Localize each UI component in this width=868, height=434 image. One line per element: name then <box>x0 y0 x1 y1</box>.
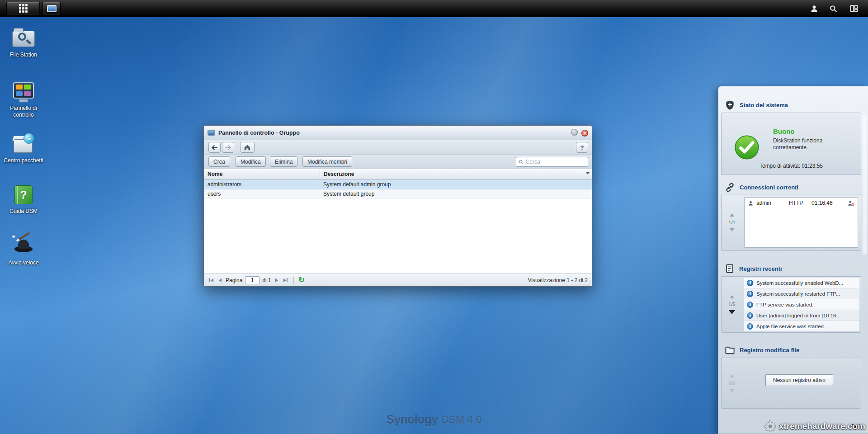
table-footer: Pagina di 1 ↻ Visualizzazione 1 - 2 di 2 <box>204 274 592 286</box>
page-down-button[interactable] <box>730 389 734 392</box>
info-icon <box>747 312 753 319</box>
window-actionbar: Crea Modifica Elimina Modifica membri <box>204 155 592 169</box>
widget-title: Connessioni correnti <box>740 184 798 191</box>
window-titlebar[interactable]: Pannello di controllo - Gruppo <box>204 126 592 140</box>
desktop-icon-control-panel[interactable]: Pannello di controllo <box>1 80 46 118</box>
edit-button[interactable]: Modifica <box>236 156 266 167</box>
search-icon <box>829 5 838 13</box>
delete-button[interactable]: Elimina <box>270 156 297 167</box>
widgets-toggle-button[interactable] <box>847 2 861 15</box>
column-header-nome[interactable]: Nome <box>204 169 320 179</box>
create-button[interactable]: Crea <box>208 156 230 167</box>
table-body: administrators System default admin grou… <box>204 180 592 274</box>
system-status-header: Stato del sistema <box>725 99 788 111</box>
logs-pager: 1/5 <box>722 277 742 332</box>
site-name: xtremehardware.com <box>779 421 865 431</box>
log-text: FTP service was started. <box>756 302 813 307</box>
panel-scrollbar[interactable] <box>863 114 867 255</box>
quick-start-icon: ✦ <box>11 234 36 258</box>
link-icon <box>725 182 735 193</box>
forward-button[interactable] <box>222 142 234 153</box>
column-header-descrizione[interactable]: Descrizione <box>320 169 583 179</box>
file-log-empty-label: Nessun registro attivo <box>765 374 833 386</box>
log-entry: User [admin] logged in from [10.16... <box>744 310 859 321</box>
home-icon <box>244 144 251 151</box>
edit-members-button[interactable]: Modifica membri <box>302 156 352 167</box>
info-icon <box>747 323 753 330</box>
page-up-button[interactable] <box>730 374 734 377</box>
table-header: Nome Descrizione <box>204 169 592 180</box>
log-entry: System successfully enabled WebD... <box>744 278 859 288</box>
cell-descrizione: System default admin group <box>320 181 592 188</box>
cell-descrizione: System default group <box>320 191 592 197</box>
logs-list: System successfully enabled WebD... Syst… <box>744 278 859 331</box>
user-menu-button[interactable] <box>807 2 821 15</box>
close-icon <box>583 132 587 135</box>
page-of-label: di 1 <box>262 277 271 283</box>
widget-title: Registro modifica file <box>740 347 799 354</box>
user-icon <box>748 200 754 206</box>
page-up-button[interactable] <box>730 295 734 298</box>
page-down-button[interactable] <box>730 228 734 231</box>
first-page-button[interactable] <box>208 277 215 283</box>
help-button[interactable]: ? <box>576 142 588 153</box>
window-title-icon <box>208 130 215 136</box>
desktop-icon-dsm-help[interactable]: Guida DSM <box>1 183 46 215</box>
pager-label: 1/1 <box>728 220 735 225</box>
last-page-button[interactable] <box>282 277 289 283</box>
system-status-widget: Buono DiskStation funziona correttamente… <box>721 113 861 175</box>
status-ok-icon <box>734 135 760 160</box>
kick-user-button[interactable] <box>848 200 854 206</box>
desktop-icon-file-station[interactable]: File Station <box>1 26 46 58</box>
user-icon <box>810 4 819 13</box>
connection-protocol: HTTP <box>789 200 809 206</box>
control-panel-window: Pannello di controllo - Gruppo ? <box>203 125 592 287</box>
connections-header: Connessioni correnti <box>725 181 798 193</box>
site-watermark: xtremehardware.com <box>764 420 865 433</box>
prev-page-button[interactable] <box>217 277 223 283</box>
gear-icon <box>764 420 777 433</box>
page-down-button[interactable] <box>729 310 735 314</box>
widgets-panel-icon <box>849 4 859 13</box>
minimize-button[interactable] <box>571 129 578 136</box>
main-menu-button[interactable] <box>6 2 40 15</box>
search-button[interactable] <box>826 2 840 15</box>
desktop-icon-package-center[interactable]: Centro pacchetti <box>1 132 46 164</box>
kick-user-icon <box>848 200 854 206</box>
desktop-icon-quick-start[interactable]: ✦ Avvio veloce <box>1 234 46 266</box>
cell-nome: administrators <box>204 181 320 188</box>
file-log-header: Registro modifica file <box>725 344 799 356</box>
brand-text: Synology <box>387 413 438 426</box>
file-station-icon <box>11 26 36 50</box>
close-button[interactable] <box>581 130 588 137</box>
back-arrow-icon <box>211 145 218 151</box>
search-input[interactable] <box>526 159 585 165</box>
home-button[interactable] <box>240 142 255 153</box>
control-panel-icon <box>11 80 36 103</box>
file-log-pager: 0/0 <box>722 358 742 408</box>
info-icon <box>747 291 753 297</box>
page-number-input[interactable] <box>245 276 259 284</box>
table-row[interactable]: users System default group <box>204 189 592 199</box>
log-text: System successfully enabled WebD... <box>756 280 843 286</box>
refresh-button[interactable]: ↻ <box>298 276 305 284</box>
search-box <box>516 157 588 167</box>
window-toolbar: ? <box>204 140 592 155</box>
log-text: Apple file service was started. <box>756 324 825 329</box>
folder-icon <box>725 345 735 355</box>
version-text: DSM 4.0 <box>441 414 481 426</box>
connections-widget: 1/1 admin HTTP 01:16:46 <box>721 194 861 251</box>
table-row[interactable]: administrators System default admin grou… <box>204 180 592 189</box>
widget-title: Stato del sistema <box>740 102 788 108</box>
widget-title: Registri recenti <box>739 265 782 272</box>
connection-row[interactable]: admin HTTP 01:16:46 <box>745 198 858 208</box>
taskbar-item-control-panel[interactable] <box>42 2 61 15</box>
connection-user: admin <box>756 200 786 206</box>
status-value: Buono <box>773 127 794 135</box>
page-up-button[interactable] <box>730 213 734 217</box>
column-menu-button[interactable] <box>583 169 592 179</box>
next-page-button[interactable] <box>274 277 279 283</box>
desktop-icon-label: Avvio veloce <box>1 259 46 266</box>
back-button[interactable] <box>208 142 221 153</box>
chevron-down-icon <box>586 172 590 176</box>
